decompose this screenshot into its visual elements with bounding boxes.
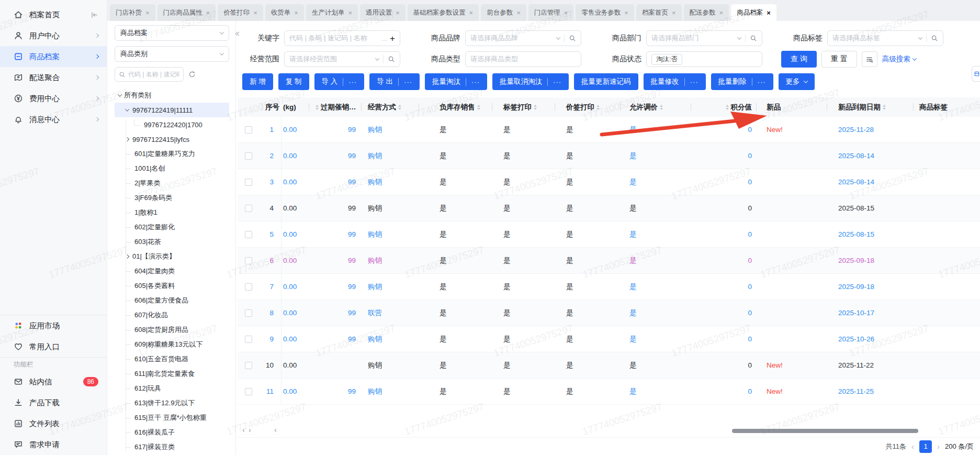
category-search-input[interactable]: 代码 | 名称 | 速记码 (115, 67, 184, 82)
tag-select[interactable]: 请选择商品标签 (827, 30, 943, 46)
column-header-4[interactable]: 经营方式 (361, 97, 419, 117)
toolbar-button-8[interactable]: 批量删除··· (711, 73, 773, 90)
tree-item-12[interactable]: 604|定量肉类 (115, 264, 229, 279)
tab-7[interactable]: 前台参数× (481, 4, 526, 21)
tree-item-4[interactable]: 601|定量糖果巧克力 (115, 147, 229, 161)
row-checkbox[interactable] (245, 126, 252, 134)
sort-icon[interactable] (660, 105, 663, 110)
row-checkbox[interactable] (245, 283, 252, 291)
sidebar-secondary-item-1[interactable]: 常用入口 (0, 336, 107, 357)
tab-close-icon[interactable]: × (516, 9, 521, 17)
tab-12[interactable]: 商品档案× (731, 4, 776, 21)
column-header-3[interactable]: 过期催销… (309, 97, 361, 117)
tree-item-3[interactable]: 99767122415|lyfcs (115, 132, 229, 147)
column-header-7[interactable]: 价签打印 (555, 97, 620, 117)
tab-close-icon[interactable]: × (767, 9, 771, 17)
tab-8[interactable]: 门店管理× (528, 4, 574, 21)
more-options-icon[interactable]: ··· (471, 78, 480, 86)
tree-item-19[interactable]: 611|南北货定量素食 (115, 367, 229, 381)
row-checkbox[interactable] (245, 362, 252, 369)
tab-close-icon[interactable]: × (145, 9, 150, 17)
search-icon[interactable] (569, 35, 576, 42)
more-options-icon[interactable]: ··· (348, 78, 357, 86)
chevron-down-icon[interactable] (123, 106, 131, 114)
page-size-select[interactable]: 200 条/页 (945, 442, 974, 451)
sort-icon[interactable] (883, 105, 886, 110)
toolbar-button-7[interactable]: 批量修改··· (644, 73, 706, 90)
tree-item-20[interactable]: 612|玩具 (115, 381, 229, 396)
sidebar-tool-item-3[interactable]: 需求申请 (0, 434, 107, 455)
type-input[interactable]: 请选择商品类型 (465, 51, 581, 67)
sort-icon[interactable] (596, 105, 600, 110)
sidebar-tool-item-0[interactable]: 站内信86 (0, 371, 107, 392)
sidebar-secondary-item-0[interactable]: 应用市场 (0, 315, 107, 336)
column-header-10[interactable]: 积分值 (719, 97, 756, 117)
tree-item-21[interactable]: 613|饼干12.9元以下 (115, 396, 229, 410)
more-options-icon[interactable]: ··· (758, 78, 766, 86)
tree-item-8[interactable]: 1|散称1 (115, 205, 229, 220)
tab-close-icon[interactable]: × (294, 9, 298, 17)
chevron-right-icon[interactable] (123, 135, 131, 143)
column-header-5[interactable]: 负库存销售 (419, 97, 492, 117)
row-checkbox[interactable] (245, 179, 252, 186)
column-header-12[interactable]: 新品到期日期 (827, 97, 913, 117)
current-page-button[interactable]: 1 (919, 440, 932, 453)
row-checkbox[interactable] (245, 309, 252, 317)
tab-6[interactable]: 基础档案参数设置× (408, 4, 479, 21)
tab-11[interactable]: 配送参数× (684, 4, 729, 21)
search-icon[interactable] (750, 35, 757, 42)
tab-close-icon[interactable]: × (564, 9, 568, 17)
tab-1[interactable]: 门店商品属性× (157, 4, 216, 21)
column-header-6[interactable]: 标签打印 (492, 97, 555, 117)
toolbar-button-3[interactable]: 导 出··· (369, 73, 420, 90)
keyword-add-button[interactable]: + (390, 34, 395, 43)
tree-item-5[interactable]: 1001|名创 (115, 161, 229, 176)
sidebar-collapse-icon[interactable] (91, 11, 98, 19)
tab-0[interactable]: 门店补货× (110, 4, 155, 21)
tab-close-icon[interactable]: × (396, 9, 400, 17)
tab-close-icon[interactable]: × (624, 9, 628, 17)
scroll-left-icon[interactable]: ‹ (242, 425, 245, 434)
search-icon[interactable] (388, 56, 395, 63)
sidebar-tool-item-1[interactable]: 产品下载 (0, 392, 107, 413)
reset-button[interactable]: 重 置 (821, 51, 857, 68)
sidebar-item-2[interactable]: 商品档案 (0, 46, 107, 67)
archive-type-select[interactable]: 商品档案 (115, 25, 229, 41)
chevron-right-icon[interactable] (123, 252, 131, 261)
sidebar-tool-item-2[interactable]: 文件列表 (0, 413, 107, 434)
chevron-down-icon[interactable] (116, 91, 124, 99)
status-box[interactable]: 淘汰:否 (646, 51, 762, 67)
tree-item-9[interactable]: 602|定量膨化 (115, 220, 229, 235)
tab-10[interactable]: 档案首页× (636, 4, 682, 21)
row-checkbox[interactable] (245, 152, 252, 160)
tab-4[interactable]: 生产计划单× (306, 4, 358, 21)
row-checkbox[interactable] (245, 257, 252, 264)
row-checkbox[interactable] (245, 231, 252, 238)
filter-settings-icon[interactable] (862, 51, 877, 67)
toolbar-button-0[interactable]: 新 增 (242, 73, 273, 90)
panel-collapse-icon[interactable] (234, 30, 241, 37)
more-options-icon[interactable]: ··· (690, 78, 699, 86)
tab-close-icon[interactable]: × (348, 9, 352, 17)
tree-item-22[interactable]: 615|豆干 豆腐*小包称重 (115, 410, 229, 425)
horizontal-scrollbar-thumb[interactable] (732, 429, 918, 433)
tree-item-23[interactable]: 616|裸装瓜子 (115, 425, 229, 440)
tree-item-24[interactable]: 617|裸装豆类 (115, 440, 229, 454)
scope-select[interactable]: 请选择经营范围 (284, 51, 400, 67)
refresh-icon[interactable] (188, 71, 196, 78)
scroll-right-icon[interactable]: › (249, 425, 251, 434)
tab-5[interactable]: 通用设置× (360, 4, 405, 21)
column-header-13[interactable]: 商品标签 (913, 97, 980, 117)
tree-item-10[interactable]: 603|花茶 (115, 235, 229, 249)
sort-icon[interactable] (398, 105, 401, 110)
sort-icon[interactable] (477, 105, 480, 110)
sidebar-item-5[interactable]: 消息中心 (0, 109, 107, 130)
tree-item-11[interactable]: 01|【演示类】 (115, 249, 229, 264)
keyword-input[interactable]: 代码 | 条码 | 速记码 | 名称 ... + (284, 30, 400, 46)
sort-icon[interactable] (726, 105, 729, 110)
tree-item-13[interactable]: 605|各类酱料 (115, 279, 229, 293)
prev-page-icon[interactable]: ‹ (911, 442, 914, 451)
brand-select[interactable]: 请选择商品品牌 (465, 30, 581, 46)
tab-2[interactable]: 价签打印× (218, 4, 263, 21)
row-checkbox[interactable] (245, 205, 252, 212)
